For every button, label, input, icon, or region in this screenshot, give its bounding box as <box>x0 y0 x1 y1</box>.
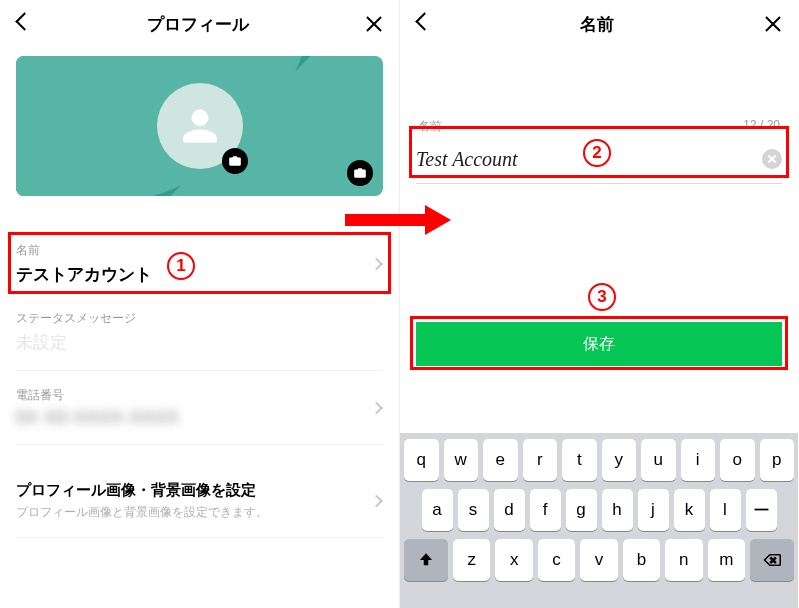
image-settings-sub: プロフィール画像と背景画像を設定できます。 <box>16 504 383 521</box>
save-label: 保存 <box>583 334 615 355</box>
shift-key[interactable] <box>404 539 448 581</box>
name-input[interactable] <box>416 148 762 171</box>
status-value: 未設定 <box>16 331 383 354</box>
header: 名前 <box>400 0 798 48</box>
key-r[interactable]: r <box>523 439 558 481</box>
keyboard-row-1: qwertyuiop <box>404 439 794 481</box>
key-j[interactable]: j <box>638 489 669 531</box>
key-b[interactable]: b <box>623 539 660 581</box>
key-s[interactable]: s <box>458 489 489 531</box>
key-o[interactable]: o <box>720 439 755 481</box>
char-counter: 12 / 20 <box>743 118 780 135</box>
key-a[interactable]: a <box>422 489 453 531</box>
profile-screen: プロフィール 名前 テストアカウント ステータスメッセージ 未設定 電話番号 0… <box>0 0 399 608</box>
status-row[interactable]: ステータスメッセージ 未設定 <box>0 298 399 366</box>
page-title: 名前 <box>580 13 614 36</box>
image-settings-title: プロフィール画像・背景画像を設定 <box>16 481 383 500</box>
key-g[interactable]: g <box>566 489 597 531</box>
key-n[interactable]: n <box>665 539 702 581</box>
keyboard-row-3: zxcvbnm <box>404 539 794 581</box>
divider <box>16 444 383 445</box>
save-button[interactable]: 保存 <box>416 322 782 366</box>
close-icon[interactable] <box>762 13 784 35</box>
key-w[interactable]: w <box>444 439 479 481</box>
backspace-key[interactable] <box>750 539 794 581</box>
key-i[interactable]: i <box>681 439 716 481</box>
key-t[interactable]: t <box>562 439 597 481</box>
image-settings-row[interactable]: プロフィール画像・背景画像を設定 プロフィール画像と背景画像を設定できます。 <box>0 469 399 533</box>
key-k[interactable]: k <box>674 489 705 531</box>
key-h[interactable]: h <box>602 489 633 531</box>
camera-icon <box>228 154 242 168</box>
key-z[interactable]: z <box>453 539 490 581</box>
name-row[interactable]: 名前 テストアカウント <box>0 230 399 298</box>
camera-icon <box>353 166 367 180</box>
person-icon <box>180 106 220 146</box>
keyboard-row-2: asdfghjklー <box>404 489 794 531</box>
clear-input-button[interactable] <box>762 149 782 169</box>
key-f[interactable]: f <box>530 489 561 531</box>
status-label: ステータスメッセージ <box>16 310 383 327</box>
key-p[interactable]: p <box>760 439 795 481</box>
key-v[interactable]: v <box>580 539 617 581</box>
close-icon[interactable] <box>363 13 385 35</box>
page-title: プロフィール <box>147 13 249 36</box>
key-d[interactable]: d <box>494 489 525 531</box>
key-u[interactable]: u <box>641 439 676 481</box>
header: プロフィール <box>0 0 399 48</box>
divider <box>16 537 383 538</box>
name-field-group: 名前 12 / 20 <box>416 118 782 179</box>
field-label: 名前 <box>418 118 442 135</box>
phone-value: 0X X0-XXXX-XXXX <box>16 408 383 428</box>
input-underline <box>416 183 782 184</box>
cover-image[interactable] <box>16 56 383 196</box>
keyboard: qwertyuiop asdfghjklー zxcvbnm <box>400 433 798 608</box>
back-icon[interactable] <box>14 15 32 33</box>
name-label: 名前 <box>16 242 383 259</box>
key-c[interactable]: c <box>538 539 575 581</box>
phone-label: 電話番号 <box>16 387 383 404</box>
backspace-icon <box>763 551 781 569</box>
key-m[interactable]: m <box>708 539 745 581</box>
key-e[interactable]: e <box>483 439 518 481</box>
avatar-camera-button[interactable] <box>222 148 248 174</box>
key-ー[interactable]: ー <box>746 489 777 531</box>
back-icon[interactable] <box>414 15 432 33</box>
phone-row[interactable]: 電話番号 0X X0-XXXX-XXXX <box>0 375 399 440</box>
divider <box>16 370 383 371</box>
name-edit-screen: 名前 名前 12 / 20 保存 qwertyuiop asdfghjklー z… <box>399 0 798 608</box>
shift-icon <box>417 551 435 569</box>
cover-camera-button[interactable] <box>347 160 373 186</box>
key-y[interactable]: y <box>602 439 637 481</box>
name-value: テストアカウント <box>16 263 383 286</box>
key-l[interactable]: l <box>710 489 741 531</box>
key-q[interactable]: q <box>404 439 439 481</box>
key-x[interactable]: x <box>495 539 532 581</box>
